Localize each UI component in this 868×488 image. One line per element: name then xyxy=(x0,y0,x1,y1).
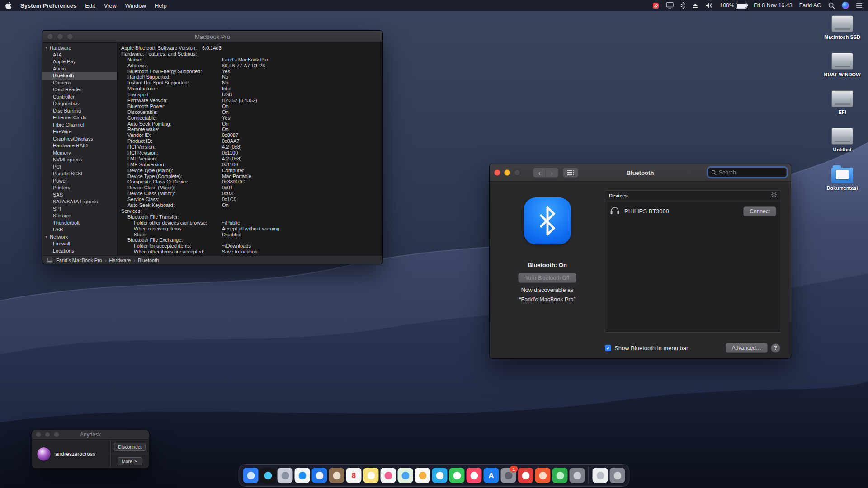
eject-icon[interactable] xyxy=(692,3,698,9)
dock-app-maps[interactable] xyxy=(398,468,413,483)
user-menu[interactable]: Farid AG xyxy=(799,2,821,9)
dock-app-notes[interactable] xyxy=(363,468,379,483)
dock-app-facetime[interactable] xyxy=(449,468,465,483)
turn-bluetooth-off-button[interactable]: Turn Bluetooth Off xyxy=(518,273,576,283)
bluetooth-menu-icon[interactable] xyxy=(680,2,685,9)
sidebar-item-audio[interactable]: Audio xyxy=(42,66,117,73)
bluetooth-toolbar[interactable]: ‹ › Bluetooth Search xyxy=(490,164,791,182)
apple-menu[interactable] xyxy=(5,2,12,9)
sidebar-item-printers[interactable]: Printers xyxy=(42,184,117,192)
dock-app-installer[interactable] xyxy=(535,468,551,483)
menu-system-preferences[interactable]: System Preferences xyxy=(20,2,76,9)
close-button[interactable] xyxy=(47,33,53,40)
sidebar-item-graphics-displays[interactable]: Graphics/Displays xyxy=(42,136,117,143)
dock-app-mail[interactable] xyxy=(312,468,327,483)
sidebar-item-ata[interactable]: ATA xyxy=(42,52,117,59)
sidebar-item-parallel-scsi[interactable]: Parallel SCSI xyxy=(42,170,117,178)
sidebar-item-nvmexpress[interactable]: NVMExpress xyxy=(42,156,117,164)
sysinfo-titlebar[interactable]: MacBook Pro xyxy=(42,31,382,43)
breadcrumb-item[interactable]: Farid’s MacBook Pro xyxy=(56,258,102,263)
desktop-icon-efi[interactable]: EFI xyxy=(831,90,853,115)
dock-app-launchpad[interactable] xyxy=(278,468,293,483)
sidebar-item-sata-sata-express[interactable]: SATA/SATA Express xyxy=(42,198,117,206)
dock-app-siri[interactable] xyxy=(260,468,276,483)
dock-app-app-store[interactable]: A xyxy=(484,468,499,483)
sidebar-item-sas[interactable]: SAS xyxy=(42,192,117,199)
sidebar-item-locations[interactable]: Locations xyxy=(42,248,117,255)
sidebar-item-card-reader[interactable]: Card Reader xyxy=(42,86,117,94)
close-button[interactable] xyxy=(494,169,500,176)
desktop-icon-dokumentasi[interactable]: Dokumentasi xyxy=(826,165,858,191)
sidebar-item-storage[interactable]: Storage xyxy=(42,212,117,220)
dock-app-calendar[interactable]: 8 xyxy=(346,468,362,483)
dock-app-utility[interactable] xyxy=(570,468,585,483)
spotlight-icon[interactable] xyxy=(828,2,835,9)
more-button[interactable]: More xyxy=(118,457,142,465)
sidebar-item-pci[interactable]: PCI xyxy=(42,164,117,171)
sidebar-item-thunderbolt[interactable]: Thunderbolt xyxy=(42,220,117,227)
menu-view[interactable]: View xyxy=(104,2,117,9)
dock-app-reminders[interactable] xyxy=(381,468,396,483)
breadcrumb-item[interactable]: Hardware xyxy=(109,258,131,263)
help-button[interactable]: ? xyxy=(771,343,780,353)
connect-button[interactable]: Connect xyxy=(743,206,776,216)
search-field[interactable]: Search xyxy=(708,168,787,177)
dock-app-anydesk[interactable] xyxy=(518,468,533,483)
clock[interactable]: Fri 8 Nov 16.43 xyxy=(754,2,792,9)
zoom-button[interactable] xyxy=(514,169,520,176)
sidebar-item-fibre-channel[interactable]: Fibre Channel xyxy=(42,122,117,129)
minimize-button[interactable] xyxy=(504,169,510,176)
anydesk-menu-icon[interactable] xyxy=(652,2,659,9)
desktop-icon-macintosh-ssd[interactable]: Macintosh SSD xyxy=(824,15,860,40)
dock-app-contacts[interactable] xyxy=(329,468,344,483)
menu-help[interactable]: Help xyxy=(155,2,167,9)
screen-share-icon[interactable] xyxy=(666,2,674,9)
dock-app-trash[interactable] xyxy=(610,468,625,483)
dock-app-safari[interactable] xyxy=(295,468,310,483)
sidebar-item-disc-burning[interactable]: Disc Burning xyxy=(42,108,117,115)
volume-icon[interactable] xyxy=(705,2,713,9)
sidebar-item-bluetooth[interactable]: Bluetooth xyxy=(42,72,117,80)
sidebar-item-firewall[interactable]: Firewall xyxy=(42,240,117,248)
dock-app-photos[interactable] xyxy=(415,468,430,483)
sidebar-item-usb[interactable]: USB xyxy=(42,226,117,234)
dock-app-messages[interactable] xyxy=(432,468,448,483)
dock-app-green-app[interactable] xyxy=(552,468,568,483)
sidebar-item-controller[interactable]: Controller xyxy=(42,94,117,101)
sidebar-item-ethernet-cards[interactable]: Ethernet Cards xyxy=(42,114,117,122)
show-all-button[interactable] xyxy=(563,168,578,178)
sidebar-item-power[interactable]: Power xyxy=(42,178,117,185)
info-row: Composite Class Of Device:0x38010C xyxy=(121,179,382,185)
dock-app-document[interactable] xyxy=(593,468,608,483)
device-row[interactable]: PHILIPS BT3000Connect xyxy=(605,201,781,221)
advanced-button[interactable]: Advanced… xyxy=(726,343,768,353)
breadcrumb-item[interactable]: Bluetooth xyxy=(138,258,159,263)
zoom-button[interactable] xyxy=(67,33,73,40)
minimize-button[interactable] xyxy=(57,33,63,40)
siri-icon[interactable] xyxy=(842,2,849,9)
desktop-icon-untitled[interactable]: Untitled xyxy=(831,128,853,152)
sidebar-item-hardware-raid[interactable]: Hardware RAID xyxy=(42,142,117,150)
show-bluetooth-checkbox[interactable] xyxy=(605,345,611,351)
forward-button[interactable]: › xyxy=(546,168,558,178)
sidebar-item-spi[interactable]: SPI xyxy=(42,206,117,213)
anydesk-titlebar[interactable]: Anydesk xyxy=(32,430,149,440)
sidebar-group-hardware[interactable]: ▼Hardware xyxy=(42,44,117,52)
dock-app-system-preferences[interactable]: 1 xyxy=(501,468,516,483)
sidebar-item-camera[interactable]: Camera xyxy=(42,80,117,87)
battery-indicator[interactable]: 100% xyxy=(720,2,747,9)
back-button[interactable]: ‹ xyxy=(533,168,546,178)
menu-window[interactable]: Window xyxy=(125,2,146,9)
sidebar-item-memory[interactable]: Memory xyxy=(42,150,117,157)
sidebar-group-network[interactable]: ▼Network xyxy=(42,234,117,241)
sidebar-item-apple-pay[interactable]: Apple Pay xyxy=(42,58,117,66)
disconnect-button[interactable]: Disconnect xyxy=(114,443,146,451)
sidebar-item-diagnostics[interactable]: Diagnostics xyxy=(42,100,117,108)
info-label: Folder other devices can browse: xyxy=(121,220,207,226)
notification-center-icon[interactable] xyxy=(856,3,863,8)
dock-app-remote-display[interactable] xyxy=(243,468,259,483)
menu-edit[interactable]: Edit xyxy=(85,2,95,9)
desktop-icon-buat-window[interactable]: BUAT WINDOW xyxy=(824,53,860,77)
dock-app-music[interactable] xyxy=(467,468,482,483)
sidebar-item-firewire[interactable]: FireWire xyxy=(42,128,117,136)
